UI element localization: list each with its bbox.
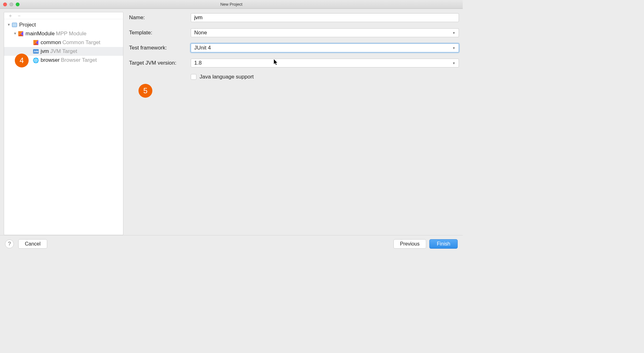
window-title: New Project bbox=[0, 2, 463, 7]
kotlin-icon bbox=[33, 40, 39, 45]
template-row: Template: None ▼ bbox=[129, 28, 459, 37]
chevron-down-icon: ▼ bbox=[452, 31, 455, 35]
add-button[interactable]: ＋ bbox=[8, 13, 13, 18]
cancel-button[interactable]: Cancel bbox=[18, 239, 47, 249]
java-support-checkbox[interactable] bbox=[191, 74, 196, 80]
test-framework-value: JUnit 4 bbox=[194, 45, 211, 51]
dialog-content: ＋ － Project mainModule MPP Module bbox=[0, 9, 463, 235]
project-tree[interactable]: Project mainModule MPP Module common Com… bbox=[4, 19, 123, 235]
template-value: None bbox=[194, 30, 207, 36]
target-jvm-row: Target JVM version: 1.8 ▼ bbox=[129, 59, 459, 67]
java-support-row: Java language support bbox=[129, 74, 459, 80]
template-label: Template: bbox=[129, 30, 191, 36]
tree-item-project[interactable]: Project bbox=[4, 20, 123, 29]
tree-label: browser bbox=[41, 57, 59, 63]
tree-label: mainModule bbox=[25, 31, 55, 37]
expand-arrow-icon[interactable] bbox=[6, 23, 12, 26]
expand-arrow-icon[interactable] bbox=[12, 32, 18, 35]
java-support-checkbox-wrapper[interactable]: Java language support bbox=[191, 74, 254, 80]
target-jvm-label: Target JVM version: bbox=[129, 60, 191, 66]
tree-sublabel: JVM Target bbox=[50, 48, 77, 55]
help-button[interactable]: ? bbox=[5, 240, 14, 248]
svg-rect-0 bbox=[12, 23, 17, 27]
tree-sublabel: Browser Target bbox=[61, 57, 97, 63]
target-settings-panel: Name: Template: None ▼ Test framework: J… bbox=[129, 12, 459, 235]
project-structure-panel: ＋ － Project mainModule MPP Module bbox=[4, 12, 123, 235]
globe-icon: 🌐 bbox=[33, 57, 39, 63]
remove-button[interactable]: － bbox=[17, 13, 22, 18]
test-framework-label: Test framework: bbox=[129, 45, 191, 51]
tree-label: common bbox=[41, 39, 61, 46]
tree-item-mainmodule[interactable]: mainModule MPP Module bbox=[4, 29, 123, 38]
chevron-down-icon: ▼ bbox=[452, 61, 455, 65]
test-framework-select[interactable]: JUnit 4 ▼ bbox=[191, 43, 459, 52]
dialog-footer: ? Cancel Previous Finish bbox=[0, 235, 463, 252]
name-row: Name: bbox=[129, 13, 459, 22]
tree-sublabel: MPP Module bbox=[56, 31, 87, 37]
chevron-down-icon: ▼ bbox=[452, 46, 455, 50]
callout-4: 4 bbox=[15, 54, 29, 67]
jvm-icon: JVM bbox=[33, 49, 39, 54]
tree-label: jvm bbox=[41, 48, 49, 55]
name-input[interactable] bbox=[191, 13, 459, 22]
previous-button[interactable]: Previous bbox=[393, 239, 426, 249]
target-jvm-value: 1.8 bbox=[194, 60, 202, 66]
tree-item-common[interactable]: common Common Target bbox=[4, 38, 123, 47]
project-icon bbox=[12, 22, 17, 28]
kotlin-module-icon bbox=[18, 31, 24, 37]
tree-toolbar: ＋ － bbox=[4, 12, 123, 19]
template-select[interactable]: None ▼ bbox=[191, 28, 459, 37]
tree-label: Project bbox=[19, 22, 36, 28]
titlebar: New Project bbox=[0, 0, 463, 9]
name-label: Name: bbox=[129, 14, 191, 21]
callout-5: 5 bbox=[138, 84, 152, 98]
tree-sublabel: Common Target bbox=[62, 39, 100, 46]
target-jvm-select[interactable]: 1.8 ▼ bbox=[191, 59, 459, 67]
finish-button[interactable]: Finish bbox=[429, 239, 458, 249]
test-framework-row: Test framework: JUnit 4 ▼ bbox=[129, 43, 459, 52]
java-support-label: Java language support bbox=[200, 74, 254, 80]
